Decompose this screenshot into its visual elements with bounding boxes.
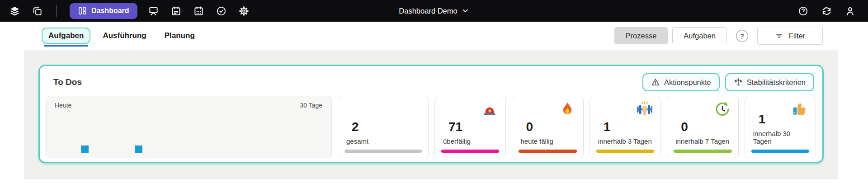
gear-icon bbox=[239, 6, 249, 16]
refresh-icon bbox=[821, 6, 832, 16]
stat-value: 71 bbox=[448, 121, 499, 133]
fire-icon bbox=[558, 100, 576, 118]
tab-actions: Prozesse Aufgaben ? Filter bbox=[614, 22, 823, 50]
timeline-marker[interactable] bbox=[135, 145, 142, 153]
toggle-aufgaben-button[interactable]: Aufgaben bbox=[672, 27, 727, 44]
stat-label: gesamt bbox=[346, 137, 422, 145]
tabs: Aufgaben Ausführung Planung bbox=[42, 22, 201, 50]
layers-menu-button[interactable] bbox=[8, 5, 21, 17]
calendar-agenda-button[interactable] bbox=[170, 5, 183, 17]
timeline-panel: Heute 30 Tage bbox=[46, 96, 332, 158]
dashboard-title: Dashboard Demo bbox=[399, 7, 457, 15]
timeline-marker[interactable] bbox=[81, 145, 89, 153]
stat-card-7-tagen[interactable]: 0 innerhalb 7 Tagen bbox=[667, 96, 738, 158]
stat-value: 0 bbox=[681, 121, 731, 133]
app-window: Dashboard bbox=[0, 0, 868, 183]
layers-icon bbox=[9, 6, 20, 16]
tab-aufgaben-label: Aufgaben bbox=[48, 31, 84, 40]
refresh-button[interactable] bbox=[820, 5, 833, 17]
aktionspunkte-button[interactable]: Aktionspunkte bbox=[642, 73, 720, 91]
todos-card-body: Heute 30 Tage 2 gesamt bbox=[46, 96, 816, 158]
stabilitaetskriterien-label: Stabilitätskriterien bbox=[747, 78, 806, 87]
tab-planung[interactable]: Planung bbox=[159, 28, 201, 43]
chevron-down-icon bbox=[462, 7, 469, 14]
stabilitaetskriterien-button[interactable]: Stabilitätskriterien bbox=[725, 73, 814, 91]
stat-label: innerhalb 7 Tagen bbox=[675, 137, 731, 145]
dashboard-grid-icon bbox=[78, 6, 87, 15]
warning-triangle-icon bbox=[651, 78, 660, 87]
topbar-right-group bbox=[797, 5, 856, 17]
calendar-month-button[interactable] bbox=[193, 5, 205, 17]
help-button[interactable] bbox=[797, 5, 809, 17]
tab-planung-label: Planung bbox=[165, 31, 195, 40]
presentation-icon bbox=[148, 6, 159, 16]
copy-icon bbox=[32, 6, 42, 16]
section-help-button[interactable]: ? bbox=[736, 30, 748, 42]
copy-button[interactable] bbox=[31, 5, 43, 17]
siren-icon bbox=[481, 100, 499, 118]
settings-button[interactable] bbox=[238, 5, 250, 17]
presentation-button[interactable] bbox=[147, 5, 160, 17]
toggle-prozesse-button[interactable]: Prozesse bbox=[614, 27, 668, 44]
stat-bar bbox=[519, 150, 576, 153]
stat-card-3-tagen[interactable]: 1 innerhalb 3 Tagen bbox=[590, 96, 661, 158]
calendar-month-icon bbox=[193, 6, 204, 16]
dumbbell-icon bbox=[636, 100, 654, 118]
todos-title: To Dos bbox=[53, 77, 82, 87]
stat-value: 2 bbox=[352, 121, 422, 133]
stat-bar bbox=[596, 150, 654, 153]
stat-label: innerhalb 30 Tagen bbox=[753, 130, 809, 145]
todos-card: To Dos Aktionspunkte bbox=[38, 65, 824, 163]
dashboard-nav-label: Dashboard bbox=[91, 7, 129, 15]
stat-value: 1 bbox=[604, 121, 654, 133]
stat-bar bbox=[344, 150, 422, 153]
active-tab-underline bbox=[44, 45, 88, 47]
stat-bar bbox=[674, 150, 731, 153]
timeline-end-label: 30 Tage bbox=[300, 102, 322, 109]
stat-bar bbox=[441, 150, 499, 153]
user-icon bbox=[845, 6, 855, 16]
topbar: Dashboard bbox=[0, 0, 868, 22]
check-circle-icon bbox=[216, 6, 226, 16]
help-circle-icon bbox=[798, 6, 808, 16]
scale-icon bbox=[734, 78, 743, 87]
page-content: To Dos Aktionspunkte bbox=[24, 50, 838, 179]
dashboard-nav-button[interactable]: Dashboard bbox=[70, 3, 137, 19]
stat-label: heute fällig bbox=[520, 137, 576, 145]
tab-row: Aufgaben Ausführung Planung Prozesse Auf… bbox=[0, 22, 868, 50]
filter-button[interactable]: Filter bbox=[757, 27, 823, 45]
stat-card-ueberfaellig[interactable]: 71 überfällig bbox=[434, 96, 506, 158]
stat-value: 0 bbox=[526, 121, 576, 133]
filter-label: Filter bbox=[789, 32, 806, 40]
calendar-agenda-icon bbox=[171, 6, 181, 16]
thumbs-up-icon bbox=[791, 100, 809, 118]
stat-label: überfällig bbox=[443, 137, 499, 145]
todos-header-actions: Aktionspunkte Stabilitätskriterien bbox=[642, 73, 814, 91]
stat-card-30-tagen[interactable]: 1 innerhalb 30 Tagen bbox=[745, 96, 816, 158]
tab-aufgaben[interactable]: Aufgaben bbox=[42, 28, 90, 44]
stat-card-gesamt[interactable]: 2 gesamt bbox=[338, 96, 429, 158]
filter-icon bbox=[775, 32, 783, 40]
timeline-start-label: Heute bbox=[55, 102, 71, 109]
user-button[interactable] bbox=[844, 5, 856, 17]
stat-card-heute-faellig[interactable]: 0 heute fällig bbox=[512, 96, 583, 158]
stat-bar bbox=[751, 150, 809, 153]
topbar-left-group: Dashboard bbox=[8, 3, 250, 19]
stat-label: innerhalb 3 Tagen bbox=[598, 137, 654, 145]
check-circle-button[interactable] bbox=[215, 5, 228, 17]
topbar-divider bbox=[56, 5, 57, 17]
todos-card-header: To Dos Aktionspunkte bbox=[47, 73, 815, 92]
tab-ausfuehrung-label: Ausführung bbox=[103, 31, 146, 40]
aktionspunkte-label: Aktionspunkte bbox=[664, 78, 711, 87]
tab-ausfuehrung[interactable]: Ausführung bbox=[97, 28, 152, 43]
dashboard-title-dropdown[interactable]: Dashboard Demo bbox=[399, 0, 469, 22]
clock-refresh-icon bbox=[713, 100, 731, 118]
